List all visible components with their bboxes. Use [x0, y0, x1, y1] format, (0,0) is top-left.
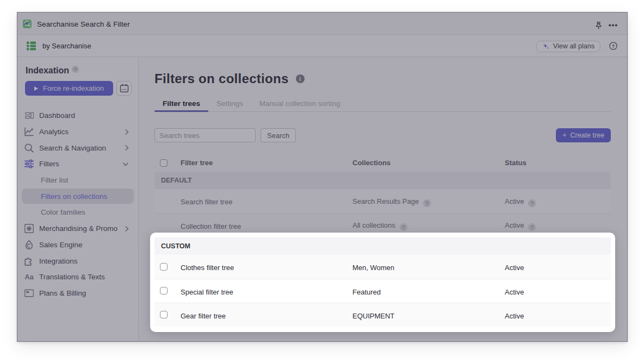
svg-text:?: ?: [612, 43, 615, 49]
